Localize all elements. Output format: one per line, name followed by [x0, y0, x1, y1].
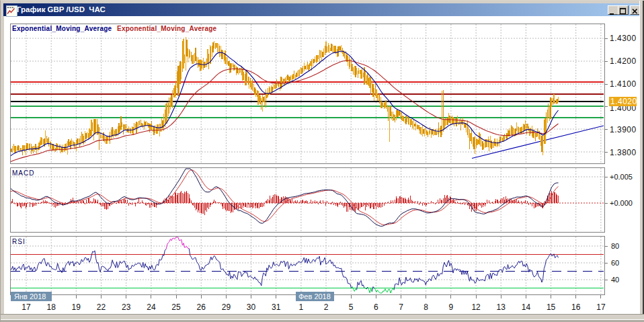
svg-text:MACD: MACD — [12, 169, 34, 177]
svg-text:23: 23 — [122, 303, 131, 312]
svg-text:9: 9 — [449, 303, 454, 312]
svg-text:8: 8 — [424, 303, 428, 312]
svg-text:1.3900: 1.3900 — [610, 125, 637, 134]
svg-text:25: 25 — [171, 303, 181, 312]
svg-text:1.4300: 1.4300 — [610, 34, 637, 43]
svg-text:6: 6 — [374, 303, 378, 312]
svg-text:1.3800: 1.3800 — [610, 148, 637, 157]
svg-text:1.4020: 1.4020 — [610, 97, 637, 106]
svg-text:1.4200: 1.4200 — [610, 56, 637, 66]
svg-text:40: 40 — [611, 276, 619, 284]
svg-text:1: 1 — [299, 303, 304, 312]
svg-text:7: 7 — [399, 303, 403, 312]
svg-text:80: 80 — [611, 242, 619, 250]
svg-text:5: 5 — [349, 303, 354, 312]
svg-text:+0.005: +0.005 — [610, 173, 633, 181]
svg-text:17: 17 — [22, 303, 31, 312]
svg-text:29: 29 — [222, 303, 231, 312]
svg-text:RSI: RSI — [12, 238, 26, 245]
svg-text:30: 30 — [247, 303, 256, 312]
svg-text:2: 2 — [324, 303, 329, 312]
svg-text:19: 19 — [72, 303, 81, 312]
svg-text:15: 15 — [547, 303, 556, 312]
svg-text:22: 22 — [97, 303, 106, 312]
svg-text:17: 17 — [596, 303, 606, 312]
svg-text:26: 26 — [197, 303, 206, 312]
svg-text:24: 24 — [147, 303, 156, 312]
svg-text:31: 31 — [272, 303, 281, 312]
svg-text:Exponential_Moving_Average: Exponential_Moving_Average — [117, 25, 217, 32]
svg-text:13: 13 — [497, 303, 506, 312]
svg-text:14: 14 — [522, 303, 531, 312]
svg-text:12: 12 — [471, 303, 481, 312]
svg-text:18: 18 — [47, 303, 56, 312]
svg-text:60: 60 — [611, 259, 619, 267]
svg-text:Фев 2018: Фев 2018 — [298, 292, 331, 300]
svg-text:Янв 2018: Янв 2018 — [14, 292, 46, 300]
svg-text:1.4100: 1.4100 — [610, 79, 637, 89]
svg-text:16: 16 — [571, 303, 581, 312]
svg-text:Exponential_Moving_Average: Exponential_Moving_Average — [12, 25, 112, 32]
svg-text:+0.000: +0.000 — [610, 199, 633, 207]
